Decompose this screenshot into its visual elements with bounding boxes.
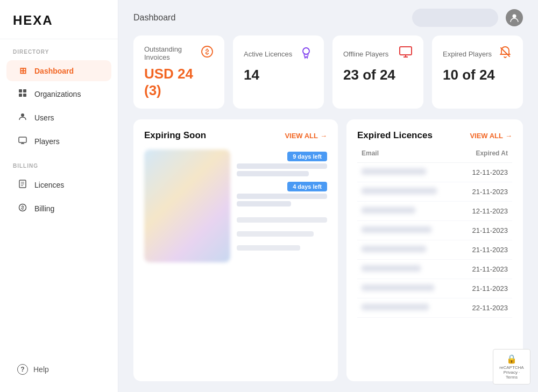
svg-rect-0 <box>19 89 22 92</box>
expired-licences-card: Expired Licences VIEW ALL → Email Expire… <box>346 119 523 381</box>
email-cell <box>357 163 458 182</box>
col-expired-at: Expired At <box>458 149 512 163</box>
title-line <box>237 194 327 199</box>
sidebar: HEXA DIRECTORY ⊞ Dashboard Organizations… <box>0 0 118 392</box>
stat-label: Outstanding Invoices <box>144 45 201 61</box>
sidebar-item-label: Billing <box>34 204 54 213</box>
logo: HEXA <box>0 0 118 39</box>
table-row: 22-11-2023 <box>357 298 512 318</box>
sidebar-item-label: Users <box>34 113 54 122</box>
sidebar-item-dashboard[interactable]: ⊞ Dashboard <box>6 60 111 81</box>
licence-icon <box>299 45 313 62</box>
card-header: Expiring Soon VIEW ALL → <box>144 130 327 141</box>
page-title: Dashboard <box>133 13 175 23</box>
table-row: 21-11-2023 <box>357 240 512 260</box>
header-actions <box>412 9 523 27</box>
email-cell <box>357 221 458 240</box>
table-row: 21-11-2023 <box>357 221 512 240</box>
table-row: 21-11-2023 <box>357 182 512 202</box>
billing-icon <box>17 203 28 214</box>
help-icon: ? <box>17 364 28 375</box>
sidebar-item-organizations[interactable]: Organizations <box>6 83 111 105</box>
monitor-icon <box>399 45 413 62</box>
email-cell <box>357 298 458 318</box>
dashboard-icon: ⊞ <box>17 66 28 76</box>
sidebar-item-label: Licences <box>34 181 64 189</box>
dollar-icon <box>201 45 214 61</box>
svg-rect-2 <box>19 94 22 97</box>
placeholder-line <box>237 217 327 223</box>
expired-licences-view-all[interactable]: VIEW ALL → <box>470 132 512 140</box>
sidebar-item-users[interactable]: Users <box>6 107 111 129</box>
card-header: Expired Licences VIEW ALL → <box>357 130 512 141</box>
expiring-thumbnail <box>144 149 230 262</box>
days-badge: 9 days left <box>287 152 327 161</box>
organizations-icon <box>17 89 28 99</box>
app-name: HEXA <box>13 13 53 27</box>
expired-at-cell: 21-11-2023 <box>458 182 512 202</box>
players-icon <box>17 136 28 147</box>
svg-point-4 <box>21 113 24 117</box>
table-row: 21-11-2023 <box>357 279 512 298</box>
help-item[interactable]: ? Help <box>6 359 111 380</box>
svg-point-8 <box>513 15 516 18</box>
email-cell <box>357 240 458 260</box>
expiring-soon-view-all[interactable]: VIEW ALL → <box>285 132 327 140</box>
stat-label: Expired Players <box>443 50 492 58</box>
expired-at-cell: 12-11-2023 <box>458 202 512 221</box>
users-icon <box>17 112 28 123</box>
expiring-item: 4 days left <box>237 182 327 206</box>
email-cell <box>357 202 458 221</box>
table-row: 12-11-2023 <box>357 163 512 182</box>
subtitle-line <box>237 201 291 206</box>
placeholder-line <box>237 245 300 251</box>
email-cell <box>357 260 458 279</box>
stat-value: USD 24 (3) <box>144 66 214 99</box>
sidebar-item-billing[interactable]: Billing <box>6 198 111 219</box>
expiring-soon-card: Expiring Soon VIEW ALL → 9 days left 4 d… <box>133 119 338 381</box>
email-cell <box>357 182 458 202</box>
expired-table: Email Expired At 12-11-2023 21-11-2023 1… <box>357 149 512 318</box>
arrow-icon: → <box>505 132 512 140</box>
expired-at-cell: 21-11-2023 <box>458 240 512 260</box>
expired-at-cell: 21-11-2023 <box>458 260 512 279</box>
recaptcha-badge: 🔒 reCAPTCHAPrivacy · Terms <box>493 349 530 384</box>
avatar[interactable] <box>506 9 523 26</box>
expiring-soon-title: Expiring Soon <box>144 130 206 141</box>
expired-licences-title: Expired Licences <box>357 130 433 141</box>
svg-rect-5 <box>19 137 26 142</box>
arrow-icon: → <box>320 132 327 140</box>
sidebar-item-label: Dashboard <box>34 67 74 75</box>
table-row: 21-11-2023 <box>357 260 512 279</box>
svg-rect-11 <box>400 47 412 55</box>
expired-at-cell: 22-11-2023 <box>458 298 512 318</box>
expired-at-cell: 12-11-2023 <box>458 163 512 182</box>
placeholder-line <box>237 231 314 237</box>
bell-slash-icon <box>498 45 512 62</box>
expired-at-cell: 21-11-2023 <box>458 221 512 240</box>
title-line <box>237 163 327 169</box>
sidebar-item-players[interactable]: Players <box>6 131 111 152</box>
help-label: Help <box>33 365 49 374</box>
licences-icon <box>17 180 28 190</box>
stat-value: 14 <box>244 67 313 83</box>
recaptcha-text: reCAPTCHAPrivacy · Terms <box>499 365 525 380</box>
main-content: Dashboard Outstanding Invoices USD 24 (3… <box>118 0 538 392</box>
subtitle-line <box>237 171 309 176</box>
expiring-items: 9 days left 4 days left <box>237 149 327 262</box>
sidebar-item-licences[interactable]: Licences <box>6 174 111 196</box>
billing-label: BILLING <box>0 153 118 173</box>
col-email: Email <box>357 149 458 163</box>
table-row: 12-11-2023 <box>357 202 512 221</box>
search-bar[interactable] <box>412 9 498 27</box>
recaptcha-icon: 🔒 <box>499 354 525 364</box>
stat-value: 10 of 24 <box>443 67 512 83</box>
svg-rect-1 <box>23 89 26 92</box>
expiring-item: 9 days left <box>237 152 327 176</box>
expired-at-cell: 21-11-2023 <box>458 279 512 298</box>
email-cell <box>357 279 458 298</box>
stat-card-expired-players: Expired Players 10 of 24 <box>432 35 523 109</box>
sidebar-item-label: Organizations <box>34 90 81 98</box>
directory-label: DIRECTORY <box>0 39 118 59</box>
sidebar-item-label: Players <box>34 137 60 146</box>
